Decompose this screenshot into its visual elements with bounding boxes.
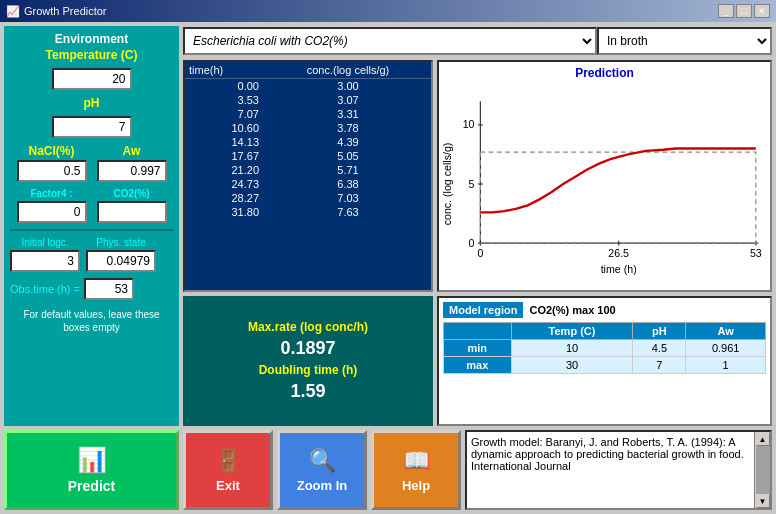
cell-time: 14.13 — [189, 136, 269, 148]
col-ph: pH — [633, 323, 686, 340]
table-row: 10.603.78 — [185, 121, 431, 135]
data-table-container: time(h) conc.(log cells/g) 0.003.003.533… — [183, 60, 433, 292]
svg-rect-16 — [480, 152, 755, 243]
cell-time: 24.73 — [189, 178, 269, 190]
scroll-track[interactable] — [756, 446, 770, 494]
predict-icon: 📊 — [77, 446, 107, 474]
col-header-conc: conc.(log cells/g) — [269, 64, 427, 76]
help-icon: 📖 — [403, 448, 430, 474]
table-row: 21.205.71 — [185, 163, 431, 177]
svg-text:53: 53 — [750, 247, 762, 259]
scroll-up[interactable]: ▲ — [756, 432, 770, 446]
table-row: 28.277.03 — [185, 191, 431, 205]
chart-svg-container: 0 5 10 0 26.5 53 — [439, 82, 770, 286]
aw-input[interactable] — [97, 160, 167, 182]
svg-text:0: 0 — [469, 237, 475, 249]
help-button[interactable]: 📖 Help — [371, 430, 461, 510]
model-temp: 30 — [511, 357, 633, 374]
cell-conc: 4.39 — [269, 136, 427, 148]
model-ph: 4.5 — [633, 340, 686, 357]
cell-time: 21.20 — [189, 164, 269, 176]
separator — [10, 229, 173, 231]
initial-logc-label: Initial logc. — [21, 237, 68, 248]
factor4-co2-row: Factor4 : CO2(%) — [17, 188, 167, 223]
app-title: Growth Predictor — [24, 5, 107, 17]
maximize-button[interactable]: □ — [736, 4, 752, 18]
ph-label: pH — [84, 96, 100, 110]
window-content: Environment Temperature (C) pH NaCl(%) A… — [0, 22, 776, 514]
initial-logc-input[interactable] — [10, 250, 80, 272]
title-bar-left: 📈 Growth Predictor — [6, 5, 107, 18]
cell-conc: 5.71 — [269, 164, 427, 176]
model-ph: 7 — [633, 357, 686, 374]
title-bar-controls[interactable]: _ □ ✕ — [718, 4, 770, 18]
model-region-panel: Model region CO2(%) max 100 Temp (C) pH … — [437, 296, 772, 426]
cell-conc: 6.38 — [269, 178, 427, 190]
model-table: Temp (C) pH Aw min 10 4.5 0.961 max 30 7… — [443, 322, 766, 374]
svg-text:conc. (log cells/g): conc. (log cells/g) — [441, 143, 453, 226]
co2-input[interactable] — [97, 201, 167, 223]
organism-select[interactable]: Escherichia coli with CO2(%) — [183, 27, 597, 55]
doubling-value: 1.59 — [290, 381, 325, 402]
max-rate-label: Max.rate (log conc/h) — [248, 320, 368, 334]
nacl-aw-row: NaCl(%) Aw — [17, 144, 167, 182]
table-header: time(h) conc.(log cells/g) — [185, 62, 431, 79]
aw-label: Aw — [123, 144, 141, 158]
phys-state-label: Phys. state — [96, 237, 145, 248]
temperature-input[interactable] — [52, 68, 132, 90]
title-bar: 📈 Growth Predictor _ □ ✕ — [0, 0, 776, 22]
cell-conc: 3.31 — [269, 108, 427, 120]
cell-conc: 3.78 — [269, 122, 427, 134]
svg-text:26.5: 26.5 — [608, 247, 629, 259]
close-button[interactable]: ✕ — [754, 4, 770, 18]
col-aw: Aw — [686, 323, 766, 340]
factor4-input[interactable] — [17, 201, 87, 223]
co2-label: CO2(%) — [113, 188, 149, 199]
cell-time: 31.80 — [189, 206, 269, 218]
chart-area: Prediction 0 5 10 — [437, 60, 772, 292]
ph-input[interactable] — [52, 116, 132, 138]
obs-time-input[interactable] — [84, 278, 134, 300]
col-header-time: time(h) — [189, 64, 269, 76]
citation-scrollbar[interactable]: ▲ ▼ — [754, 432, 770, 508]
cell-conc: 7.03 — [269, 192, 427, 204]
table-body[interactable]: 0.003.003.533.077.073.3110.603.7814.134.… — [185, 79, 431, 290]
phys-state-input[interactable] — [86, 250, 156, 272]
exit-icon: 🚪 — [215, 448, 242, 474]
table-row: 17.675.05 — [185, 149, 431, 163]
nacl-input[interactable] — [17, 160, 87, 182]
cell-time: 0.00 — [189, 80, 269, 92]
svg-text:10: 10 — [463, 118, 475, 130]
bottom-bar: 📊 Predict 🚪 Exit 🔍 Zoom In 📖 Help Growth… — [4, 430, 772, 510]
nacl-label: NaCl(%) — [28, 144, 74, 158]
temp-label: Temperature (C) — [46, 48, 138, 62]
phys-state-group: Phys. state — [86, 237, 156, 272]
default-message: For default values, leave these boxes em… — [10, 308, 173, 334]
table-row: 24.736.38 — [185, 177, 431, 191]
cell-time: 17.67 — [189, 150, 269, 162]
zoom-button[interactable]: 🔍 Zoom In — [277, 430, 367, 510]
top-row: Environment Temperature (C) pH NaCl(%) A… — [4, 26, 772, 426]
environment-panel: Environment Temperature (C) pH NaCl(%) A… — [4, 26, 179, 426]
initial-phys-row: Initial logc. Phys. state — [10, 237, 173, 272]
citation-box: Growth model: Baranyi, J. and Roberts, T… — [465, 430, 772, 510]
cell-conc: 5.05 — [269, 150, 427, 162]
chart-title: Prediction — [439, 62, 770, 82]
env-title: Environment Temperature (C) — [46, 32, 138, 62]
condition-select[interactable]: In broth — [597, 27, 772, 55]
aw-group: Aw — [97, 144, 167, 182]
table-row: 3.533.07 — [185, 93, 431, 107]
cell-time: 7.07 — [189, 108, 269, 120]
cell-time: 10.60 — [189, 122, 269, 134]
predict-button[interactable]: 📊 Predict — [4, 430, 179, 510]
cell-conc: 7.63 — [269, 206, 427, 218]
obs-time-label: Obs.time (h) = — [10, 283, 80, 295]
zoom-icon: 🔍 — [309, 448, 336, 474]
obs-time-row: Obs.time (h) = — [10, 278, 173, 300]
minimize-button[interactable]: _ — [718, 4, 734, 18]
exit-button[interactable]: 🚪 Exit — [183, 430, 273, 510]
scroll-down[interactable]: ▼ — [756, 494, 770, 508]
model-temp: 10 — [511, 340, 633, 357]
predict-label: Predict — [68, 478, 115, 494]
model-row-label: min — [444, 340, 512, 357]
